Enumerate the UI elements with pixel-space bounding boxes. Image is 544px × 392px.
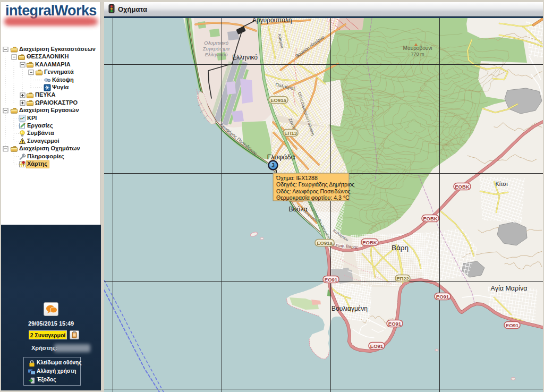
svg-text:EO91a: EO91a — [270, 97, 286, 103]
svg-text:Βουλιαγμένη: Βουλιαγμένη — [332, 305, 368, 312]
svg-text:Οδός: Λεωφόρος Ποσειδώνος: Οδός: Λεωφόρος Ποσειδώνος — [276, 188, 351, 194]
svg-text:EO91: EO91 — [506, 322, 519, 328]
svg-text:EO91: EO91 — [436, 294, 449, 300]
svg-text:Ελληνικό: Ελληνικό — [232, 54, 258, 61]
svg-text:Όχημα: ΙΕΧ1288: Όχημα: ΙΕΧ1288 — [276, 175, 318, 181]
svg-text:Οδηγός: Γεωργιάδης Δημήτριος: Οδηγός: Γεωργιάδης Δημήτριος — [276, 181, 354, 188]
svg-text:ΕΠ22: ΕΠ22 — [396, 276, 409, 282]
svg-text:EO91a: EO91a — [317, 240, 333, 246]
svg-text:EOBK: EOBK — [423, 216, 438, 221]
svg-text:EO91: EO91 — [325, 277, 338, 283]
svg-text:Ελληνικού: Ελληνικού — [205, 52, 228, 57]
svg-text:EO91: EO91 — [370, 343, 384, 349]
svg-text:Συγκρότημα: Συγκρότημα — [202, 46, 230, 52]
svg-text:770 m: 770 m — [411, 52, 424, 57]
svg-text:EOBK: EOBK — [362, 240, 377, 245]
svg-text:Αγία Μαρίνα: Αγία Μαρίνα — [491, 285, 528, 292]
svg-text:Αργυρούπολη: Αργυρούπολη — [252, 18, 292, 24]
svg-text:Βάρη: Βάρη — [392, 244, 409, 252]
svg-text:Ολυμπιακό: Ολυμπιακό — [204, 40, 228, 46]
svg-text:EO91: EO91 — [388, 321, 402, 327]
svg-text:EOBK: EOBK — [455, 184, 470, 190]
svg-text:ΕΠ13: ΕΠ13 — [284, 130, 297, 136]
svg-text:Κίτσι: Κίτσι — [495, 181, 508, 187]
svg-text:Θερμοκρασία φορτίου: 4.3 °C: Θερμοκρασία φορτίου: 4.3 °C — [276, 194, 350, 201]
svg-text:3: 3 — [271, 163, 275, 168]
svg-text:Γλυφάδα: Γλυφάδα — [267, 153, 295, 161]
